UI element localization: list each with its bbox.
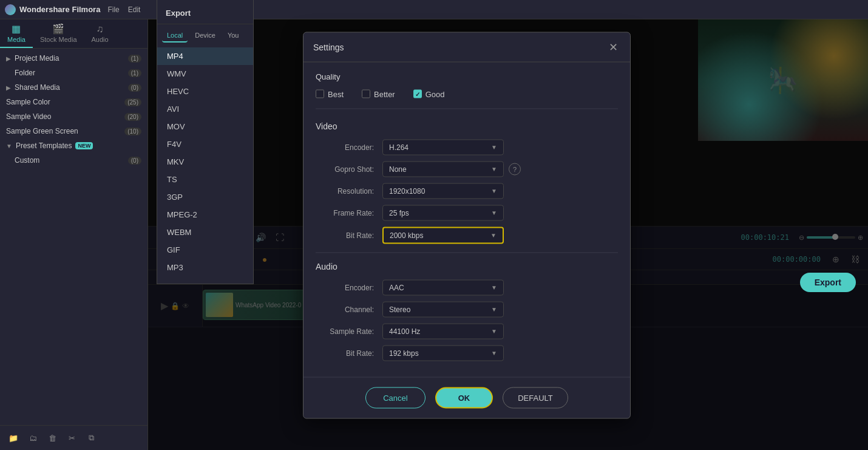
sample-color-badge: (25) [124, 98, 141, 106]
copy-button[interactable]: ⧉ [84, 431, 98, 445]
quality-better-label: Better [374, 89, 395, 98]
encoder-select[interactable]: H.264 ▼ [382, 139, 504, 155]
video-bit-rate-arrow-icon: ▼ [490, 232, 497, 239]
format-f4v[interactable]: F4V [157, 135, 253, 153]
audio-bit-rate-row: Bit Rate: 192 kbps ▼ [316, 345, 618, 361]
settings-dialog: Settings ✕ Quality Best Better Good Vide… [303, 32, 631, 418]
ok-button[interactable]: OK [435, 387, 493, 408]
format-ts[interactable]: TS [157, 171, 253, 188]
format-gif[interactable]: GIF [157, 241, 253, 259]
format-mkv[interactable]: MKV [157, 153, 253, 171]
export-tab-device[interactable]: Device [190, 29, 220, 43]
tab-media-label: Media [7, 36, 25, 43]
scissors-button[interactable]: ✂ [64, 431, 79, 445]
tree-shared-media[interactable]: ▶ Shared Media (0) [0, 80, 147, 95]
stock-media-icon: 🎬 [52, 23, 64, 35]
quality-better[interactable]: Better [362, 89, 395, 98]
tab-audio[interactable]: ♫ Audio [84, 19, 116, 48]
media-icon: ▦ [12, 23, 21, 35]
format-mp4[interactable]: MP4 [157, 47, 253, 65]
media-tab-bar: ▦ Media 🎬 Stock Media ♫ Audio [0, 19, 147, 49]
audio-encoder-label: Encoder: [316, 283, 382, 291]
encoder-arrow-icon: ▼ [491, 144, 497, 151]
cancel-button[interactable]: Cancel [365, 387, 425, 408]
folder-label: Folder [15, 69, 35, 77]
tree-custom[interactable]: Custom (0) [0, 153, 147, 168]
tree-sample-green-screen[interactable]: Sample Green Screen (10) [0, 124, 147, 138]
resolution-row: Resolution: 1920x1080 ▼ [316, 183, 618, 199]
add-folder-button[interactable]: 📁 [6, 431, 21, 445]
export-tab-row: Local Device You [157, 27, 253, 45]
channel-row: Channel: Stereo ▼ [316, 301, 618, 317]
frame-rate-select[interactable]: 25 fps ▼ [382, 205, 504, 220]
gopro-arrow-icon: ▼ [491, 166, 497, 172]
format-mp3[interactable]: MP3 [157, 259, 253, 276]
quality-best[interactable]: Best [316, 89, 344, 98]
audio-bit-rate-select[interactable]: 192 kbps ▼ [382, 345, 504, 361]
audio-bit-rate-label: Bit Rate: [316, 349, 382, 357]
frame-rate-arrow-icon: ▼ [491, 210, 497, 216]
delete-button[interactable]: 🗑 [45, 431, 59, 445]
export-tab-you[interactable]: You [223, 29, 244, 43]
default-button[interactable]: DEFAULT [503, 387, 568, 408]
new-folder-button[interactable]: 🗂 [25, 431, 40, 445]
tree-project-media[interactable]: ▶ Project Media (1) [0, 51, 147, 66]
shared-media-badge: (0) [128, 84, 141, 92]
channel-select[interactable]: Stereo ▼ [382, 301, 504, 317]
tab-stock-media[interactable]: 🎬 Stock Media [33, 19, 84, 48]
chevron-right-icon: ▶ [6, 55, 11, 62]
brand-name: Wondershare Filmora [19, 5, 100, 14]
gopro-select[interactable]: None ▼ [382, 161, 504, 177]
quality-good[interactable]: Good [413, 89, 445, 98]
gopro-label: Gopro Shot: [316, 165, 382, 173]
dialog-footer: Cancel OK DEFAULT [303, 377, 630, 418]
sample-rate-select[interactable]: 44100 Hz ▼ [382, 323, 504, 339]
project-media-label: Project Media [15, 54, 59, 63]
format-hevc[interactable]: HEVC [157, 83, 253, 100]
format-mov[interactable]: MOV [157, 118, 253, 135]
tab-stock-label: Stock Media [40, 36, 77, 43]
audio-encoder-value: AAC [389, 283, 404, 291]
preset-templates-label: Preset Templates [16, 141, 72, 150]
dialog-header: Settings ✕ [303, 32, 630, 62]
menu-bar: File Edit [107, 5, 140, 14]
menu-file[interactable]: File [107, 5, 119, 14]
tree-sample-color[interactable]: Sample Color (25) [0, 95, 147, 109]
resolution-select[interactable]: 1920x1080 ▼ [382, 183, 504, 199]
tree-sample-video[interactable]: Sample Video (20) [0, 109, 147, 124]
format-mpeg2[interactable]: MPEG-2 [157, 206, 253, 223]
checkbox-good[interactable] [413, 90, 422, 98]
folder-badge: (1) [128, 69, 141, 77]
audio-icon: ♫ [97, 24, 104, 35]
sample-green-label: Sample Green Screen [6, 127, 78, 135]
audio-encoder-select[interactable]: AAC ▼ [382, 279, 504, 295]
tree-preset-templates[interactable]: ▼ Preset Templates NEW [0, 138, 147, 153]
gopro-row: Gopro Shot: None ▼ ? [316, 161, 618, 177]
sidebar-actions: 📁 🗂 🗑 ✂ ⧉ [0, 425, 147, 450]
audio-encoder-row: Encoder: AAC ▼ [316, 279, 618, 295]
quality-label: Quality [316, 72, 618, 81]
video-section-label: Video [316, 121, 618, 131]
export-main-button[interactable]: Export [800, 273, 856, 292]
menu-edit[interactable]: Edit [128, 5, 141, 14]
checkbox-best[interactable] [316, 90, 324, 98]
sample-rate-label: Sample Rate: [316, 327, 382, 335]
checkbox-better[interactable] [362, 90, 370, 98]
encoder-label: Encoder: [316, 143, 382, 151]
sample-video-badge: (20) [124, 113, 141, 121]
format-avi[interactable]: AVI [157, 100, 253, 118]
format-wmv[interactable]: WMV [157, 65, 253, 83]
export-dialog-title: Export [157, 5, 253, 24]
export-tab-local[interactable]: Local [162, 29, 188, 43]
format-3gp[interactable]: 3GP [157, 188, 253, 206]
format-webm[interactable]: WEBM [157, 223, 253, 241]
tree-folder[interactable]: Folder (1) [0, 66, 147, 80]
gopro-help-button[interactable]: ? [509, 163, 521, 175]
section-separator [316, 252, 618, 253]
resolution-label: Resolution: [316, 186, 382, 195]
tab-media[interactable]: ▦ Media [0, 19, 33, 48]
dialog-close-button[interactable]: ✕ [606, 39, 620, 54]
resolution-arrow-icon: ▼ [491, 188, 497, 194]
video-bit-rate-select[interactable]: 2000 kbps ▼ [382, 227, 504, 244]
chevron-down-icon: ▼ [6, 143, 12, 149]
